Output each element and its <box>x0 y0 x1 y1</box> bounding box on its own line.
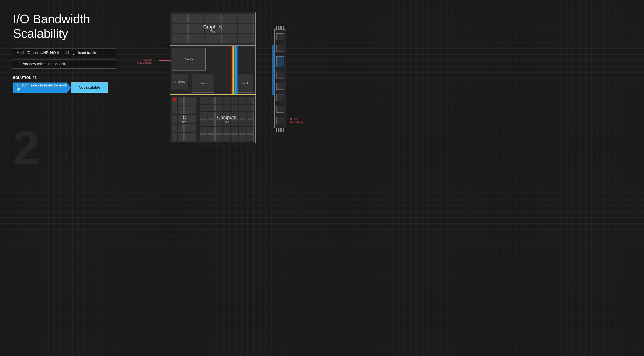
background-number: 2 <box>13 124 39 171</box>
solution-bar: Custom side channels for each IP Not sca… <box>13 82 108 93</box>
signal-orange <box>232 46 233 95</box>
image-block: Image <box>192 74 214 93</box>
signal-lines <box>230 46 242 95</box>
right-connector-column <box>274 29 286 128</box>
bullet-text-1: Media/Graphics/NPU/IO tile add significa… <box>16 51 96 55</box>
io-subtitle: Tile <box>182 120 186 124</box>
custom-side-channel-right-label: Custom Side Channel <box>290 118 304 124</box>
right-panel: Graphics Tile Media Display <box>125 12 309 146</box>
signal-yellow <box>233 46 234 95</box>
graphics-title: Graphics <box>203 24 222 30</box>
custom-side-channel-left-label: Custom Side Channel <box>137 58 152 65</box>
npu-label: NPU <box>242 82 248 85</box>
yellow-line <box>170 94 256 95</box>
bullet-text-2: IO Port now critical bottleneck <box>16 62 65 66</box>
solution-right-text: Not scalable <box>71 82 108 93</box>
io-title: IO <box>182 115 186 120</box>
display-label: Display <box>176 80 185 84</box>
media-block: Media <box>172 48 206 71</box>
connector-1 <box>276 34 284 40</box>
signal-red <box>230 46 232 95</box>
connector-2 <box>276 45 284 52</box>
compute-tile: Compute Tile <box>198 95 256 143</box>
signal-blue <box>236 46 238 95</box>
middle-tile: Media Display Image NPU <box>170 45 256 95</box>
connector-tall <box>276 56 284 67</box>
bullet-box-2: IO Port now critical bottleneck <box>13 60 116 69</box>
io-tile: IO Tile <box>170 95 198 143</box>
connector-5 <box>276 94 284 101</box>
media-label: Media <box>185 58 193 61</box>
bottom-tile: IO Tile Compu <box>170 95 256 143</box>
connector-7 <box>276 117 284 124</box>
bullet-box-1: Media/Graphics/NPU/IO tile add significa… <box>13 48 116 57</box>
left-panel: I/O Bandwidth Scalability Media/Graphics… <box>13 12 116 93</box>
solution-label: SOLUTION #1 <box>13 76 116 80</box>
slide-container: I/O Bandwidth Scalability Media/Graphics… <box>0 0 322 178</box>
blue-highlight <box>272 45 275 95</box>
compute-title: Compute <box>217 115 236 120</box>
side-channel-line-left <box>159 60 171 61</box>
red-dot <box>173 98 176 101</box>
connector-4 <box>276 83 284 90</box>
connector-6 <box>276 106 284 113</box>
signal-cyan <box>234 46 236 95</box>
image-label: Image <box>199 82 207 85</box>
chip-diagram: Graphics Tile Media Display <box>161 12 273 146</box>
compute-subtitle: Tile <box>217 120 236 124</box>
connector-3 <box>276 72 284 79</box>
graphics-tile: Graphics Tile <box>170 12 256 45</box>
graphics-subtitle: Tile <box>203 30 222 33</box>
solution-left-text: Custom side channels for each IP <box>13 82 71 93</box>
main-title: I/O Bandwidth Scalability <box>13 12 116 41</box>
display-block: Display <box>172 74 188 90</box>
